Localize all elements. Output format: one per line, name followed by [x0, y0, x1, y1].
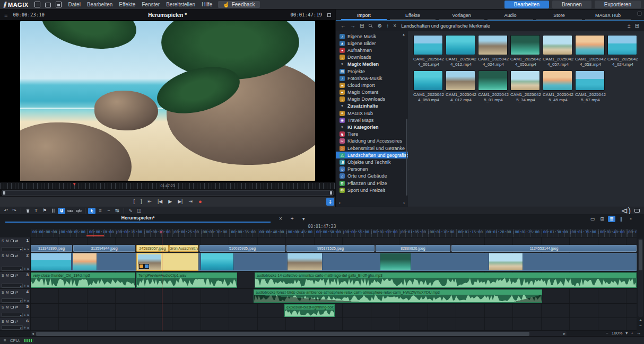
sidebar-item-magix-downloads[interactable]: ↓Magix Downloads [336, 96, 408, 103]
sidebar-item-eigene-bilder[interactable]: ▲Eigene Bilder [336, 40, 408, 47]
sidebar-item-projekte[interactable]: ▤Projekte [336, 68, 408, 75]
sidebar-item-objekte-und-technik[interactable]: ◨Objekte und Technik [336, 158, 408, 165]
group-button[interactable] [66, 208, 74, 214]
mode-button-exportieren[interactable]: Exportieren [595, 1, 641, 8]
jump-start-button[interactable]: ⇤ [147, 199, 152, 204]
vscroll-thumb[interactable] [639, 240, 642, 270]
track-content-3[interactable]: very-close-thunder_CkI_184d.mp3TempPrevi… [31, 272, 637, 288]
transition-icon[interactable]: ⇄ [15, 320, 19, 323]
sidebar-scroll-right-icon[interactable]: › [403, 200, 405, 206]
media-file[interactable]: CAM1_20250424_001.mp4 [413, 35, 446, 67]
mouse-mode-single-track-button[interactable]: − [105, 208, 112, 214]
menu-fenster[interactable]: Fenster [138, 2, 163, 7]
sidebar-item-fotoshow-musik[interactable]: ♪Fotoshow-Musik [336, 75, 408, 82]
sidebar-scroll-up-icon[interactable]: ▲ [402, 33, 405, 36]
up-level-icon[interactable]: ↑ [386, 23, 389, 29]
photo-track-strip[interactable] [31, 253, 637, 271]
lock-icon[interactable] [11, 254, 14, 257]
transition-icon[interactable]: ⇄ [15, 274, 19, 277]
audio-clip-very-close-thunder-cki-184d-mp[interactable]: very-close-thunder_CkI_184d.mp3 [31, 272, 135, 288]
tab-magix-hub[interactable]: MAGIX Hub [585, 13, 631, 20]
preview-menu-icon[interactable]: ≡ [4, 12, 7, 18]
clip-995171525-jpeg[interactable]: 995171525.jpeg [286, 245, 375, 252]
mouse-mode-all-tracks-button[interactable]: ≡ [97, 208, 104, 214]
track-preset-dropdown[interactable]: ▾ [2, 284, 23, 288]
transition-icon[interactable]: ⇄ [15, 239, 19, 243]
undock-timeline-button[interactable]: ▫ [627, 216, 634, 222]
media-thumbnail[interactable] [510, 70, 540, 91]
track-add-icon[interactable]: + [24, 248, 26, 251]
menu-hilfe[interactable]: Hilfe [198, 2, 215, 7]
media-file[interactable]: CAM1_20250424_056.mp4 [510, 35, 543, 67]
track-remove-icon[interactable]: × [27, 299, 29, 303]
track-add-icon[interactable]: + [24, 326, 26, 330]
delete-button[interactable] [24, 208, 31, 214]
track-content-6[interactable] [31, 318, 637, 330]
clip-thumbnail[interactable] [31, 253, 72, 270]
track-preset-dropdown[interactable]: ▾ [2, 325, 23, 330]
audio-clip-audioblocks-14-collettivo-armo[interactable]: audioblocks-14-collettivo-armonico-carlo… [255, 272, 637, 288]
mute-button[interactable]: M [6, 320, 9, 323]
import-to-timeline-button[interactable]: ↧ [326, 198, 334, 206]
new-project-icon[interactable] [34, 2, 40, 7]
solo-button[interactable]: S [2, 290, 4, 294]
collapse-caret-icon[interactable]: ▼ [340, 126, 345, 129]
clip-thumbnail[interactable] [73, 253, 97, 270]
sort-icon[interactable]: ± [628, 23, 631, 29]
preview-scrollbar[interactable] [2, 190, 334, 196]
media-thumbnail[interactable] [446, 35, 475, 55]
tab-effekte[interactable]: Effekte [390, 13, 436, 20]
mute-button[interactable]: M [6, 274, 9, 277]
settings-gear-icon[interactable]: ⚙ [377, 23, 382, 29]
lock-icon[interactable] [11, 306, 14, 308]
jump-end-button[interactable]: ⇥ [188, 199, 193, 204]
view-storyboard-button[interactable]: ▭ [589, 216, 596, 222]
sidebar-item-aufnahmen[interactable]: ●Aufnahmen [336, 47, 408, 54]
close-tab-icon[interactable]: × [279, 216, 282, 222]
mute-button[interactable]: M [6, 239, 9, 243]
object-range-button[interactable]: ◫ [135, 208, 143, 214]
media-thumbnail[interactable] [543, 35, 572, 55]
solo-button[interactable]: S [2, 305, 4, 309]
track-zoom-in-icon[interactable]: + [638, 318, 643, 323]
track-remove-icon[interactable]: × [27, 326, 29, 330]
clip-245928057-jpeg[interactable]: 245928057.jpeg [136, 245, 169, 252]
snap-magnet-button[interactable] [58, 208, 65, 214]
mediapool-undock-icon[interactable] [638, 12, 641, 15]
clip-313594944-jpeg[interactable]: 313594944.jpeg [73, 245, 135, 252]
curve-mode-button[interactable]: ∿ [127, 208, 134, 214]
menu-effekte[interactable]: Effekte [116, 2, 138, 7]
audio-clip-explosion-blast-lightning-bolt[interactable]: explosion-blast-lightning-bolt... [284, 304, 335, 317]
view-overview-button[interactable]: ⊞ [598, 216, 606, 222]
audio-clip-temppreviewaudioclip1-wav[interactable]: TempPreviewAudioClip1.wav [136, 272, 237, 288]
collapse-caret-icon[interactable]: ▼ [340, 104, 345, 108]
transition-icon[interactable]: ⇄ [15, 290, 19, 294]
media-thumbnail[interactable] [413, 35, 443, 55]
track-remove-icon[interactable]: × [27, 284, 29, 288]
sidebar-item-tiere[interactable]: ♞Tiere [336, 131, 408, 138]
zoom-level[interactable]: 100% [612, 331, 622, 336]
lock-icon[interactable] [11, 274, 14, 277]
transition-chip-blue[interactable] [144, 264, 149, 269]
media-file[interactable]: CAM1_20250424_057.mp4 [543, 35, 575, 67]
transition-icon[interactable]: ⇄ [15, 254, 19, 258]
track-header-3[interactable]: SM⇄3▾+× [0, 272, 31, 288]
video-monitor[interactable] [0, 20, 335, 182]
sidebar-item-magix-content[interactable]: ✦Magix Content [336, 89, 408, 96]
media-thumbnail[interactable] [607, 35, 637, 55]
mute-button[interactable]: M [6, 290, 9, 294]
track-remove-icon[interactable]: × [27, 267, 29, 271]
sidebar-item-orte-und-gebäude[interactable]: ⌂Orte und Gebäude [336, 173, 408, 180]
mode-button-bearbeiten[interactable]: Bearbeiten [504, 1, 549, 8]
clip-rot-grün-ausschnitt-we[interactable]: Rot Grün Ausschnitt We... [169, 245, 198, 252]
feedback-button[interactable]: ☝Feedback [218, 1, 259, 8]
track-remove-icon[interactable]: × [27, 248, 29, 251]
playhead-line[interactable] [162, 230, 162, 331]
media-file[interactable]: CAM1_20250424_058.mp4 [413, 70, 446, 102]
media-thumbnail[interactable] [413, 70, 443, 91]
zoom-menu-icon[interactable]: ▾ [625, 331, 628, 336]
clip-thumbnail[interactable] [380, 253, 411, 270]
sidebar-item-downloads[interactable]: ↓Downloads [336, 54, 408, 61]
track-header-6[interactable]: SM⇄6▾+× [0, 318, 31, 330]
media-thumbnail[interactable] [478, 70, 508, 91]
